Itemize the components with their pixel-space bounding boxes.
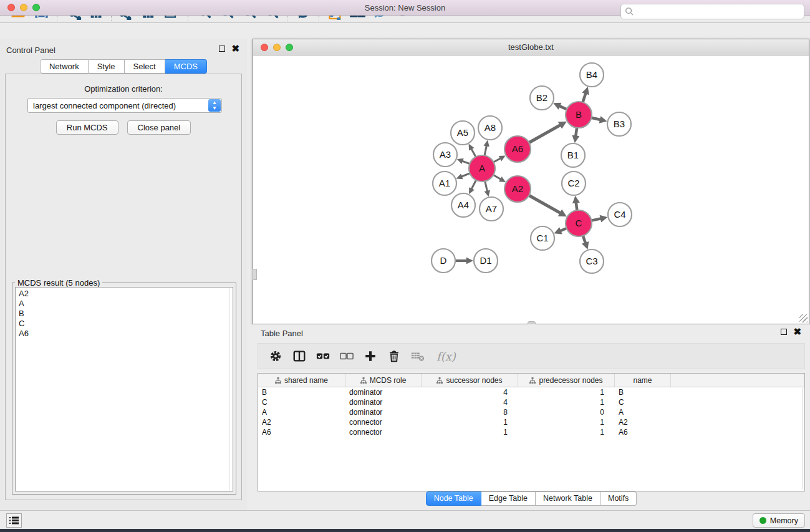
node-B4[interactable]: B4 — [580, 63, 604, 87]
mcds-result-list[interactable]: A2ABCA6 — [15, 287, 233, 491]
split-columns-button[interactable] — [292, 349, 307, 364]
criterion-select[interactable]: largest connected component (directed) ▲… — [27, 98, 222, 113]
clear-all-checks-button[interactable] — [339, 349, 354, 364]
mcds-result-item[interactable]: A — [19, 299, 229, 309]
tab-style[interactable]: Style — [89, 59, 125, 74]
vertical-splitter-handle[interactable] — [253, 269, 257, 280]
table-cell[interactable]: A2 — [258, 417, 345, 427]
column-header-shared-name[interactable]: shared name — [258, 374, 345, 387]
node-C[interactable]: C — [566, 210, 592, 236]
delete-row-button[interactable] — [387, 349, 402, 364]
node-A6[interactable]: A6 — [504, 136, 531, 162]
table-cell[interactable]: 1 — [518, 397, 615, 407]
table-cell[interactable]: dominator — [345, 397, 422, 407]
node-D1[interactable]: D1 — [474, 249, 498, 273]
close-panel-icon[interactable]: ✖ — [231, 46, 239, 52]
table-cell[interactable]: 4 — [422, 397, 518, 407]
edge-C-C3[interactable] — [583, 236, 586, 243]
edge-A6-B[interactable] — [529, 125, 560, 142]
column-header-predecessor-nodes[interactable]: predecessor nodes — [518, 374, 615, 387]
minimize-window-button[interactable] — [20, 4, 27, 11]
table-cell[interactable]: A — [258, 407, 345, 417]
table-row[interactable]: A2connector11A2 — [258, 417, 804, 427]
node-A8[interactable]: A8 — [478, 116, 502, 140]
mcds-result-item[interactable]: A2 — [19, 289, 229, 299]
edge-A2-C[interactable] — [529, 195, 560, 213]
mcds-result-item[interactable]: A6 — [19, 329, 229, 339]
edge-B-B3[interactable] — [591, 118, 600, 120]
node-C1[interactable]: C1 — [531, 226, 554, 250]
edge-A-A3[interactable] — [462, 161, 470, 164]
table-cell[interactable]: A2 — [615, 417, 671, 427]
float-table-panel-icon[interactable] — [781, 329, 787, 335]
node-B3[interactable]: B3 — [607, 112, 631, 136]
network-zoom-button[interactable] — [286, 44, 293, 51]
node-A5[interactable]: A5 — [451, 121, 475, 145]
table-cell[interactable]: B — [258, 387, 345, 397]
table-cell[interactable]: 4 — [422, 387, 518, 397]
node-A7[interactable]: A7 — [480, 197, 503, 221]
edge-B-B1[interactable] — [576, 128, 577, 137]
table-row[interactable]: A6connector11A6 — [258, 427, 804, 437]
edge-C-C2[interactable] — [576, 203, 577, 211]
table-cell[interactable]: C — [615, 397, 671, 407]
table-cell[interactable]: 0 — [518, 407, 615, 417]
tab-network-table[interactable]: Network Table — [536, 491, 600, 506]
table-cell[interactable]: connector — [345, 427, 422, 437]
edge-A-A7[interactable] — [485, 181, 488, 191]
node-B[interactable]: B — [566, 102, 592, 128]
table-cell[interactable]: A6 — [615, 427, 671, 437]
run-mcds-button[interactable]: Run MCDS — [56, 120, 118, 135]
tab-edge-table[interactable]: Edge Table — [481, 491, 536, 506]
add-row-button[interactable] — [363, 349, 378, 364]
column-header-MCDS-role[interactable]: MCDS role — [345, 374, 422, 387]
search-box[interactable] — [620, 4, 804, 19]
node-C4[interactable]: C4 — [608, 203, 632, 226]
tab-select[interactable]: Select — [125, 59, 165, 74]
node-A1[interactable]: A1 — [433, 172, 456, 195]
table-row[interactable]: Adominator80A — [258, 407, 804, 417]
mcds-result-item[interactable]: B — [19, 309, 229, 319]
table-row[interactable]: Bdominator41B — [258, 387, 804, 397]
tab-mcds[interactable]: MCDS — [165, 59, 207, 74]
edge-C-C4[interactable] — [592, 218, 601, 220]
network-canvas[interactable]: B4B2BB3A8A5A6A3B1AA1C2A2A4A7C4CC1C3DD1 — [253, 56, 809, 321]
table-cell[interactable]: A — [615, 407, 671, 417]
node-C2[interactable]: C2 — [562, 172, 586, 195]
table-cell[interactable]: 8 — [422, 407, 518, 417]
zoom-window-button[interactable] — [32, 4, 40, 11]
table-cell[interactable]: 1 — [518, 417, 615, 427]
table-cell[interactable]: A6 — [258, 427, 345, 437]
edge-A-A1[interactable] — [461, 173, 470, 177]
edge-B-B2[interactable] — [559, 106, 567, 109]
table-scrollbar[interactable] — [802, 388, 803, 489]
table-cell[interactable]: connector — [345, 417, 422, 427]
function-builder-button[interactable]: f(x) — [434, 350, 456, 363]
network-close-button[interactable] — [261, 44, 268, 51]
result-scrollbar[interactable] — [229, 288, 229, 490]
search-input[interactable] — [634, 7, 800, 16]
tab-network[interactable]: Network — [40, 59, 89, 74]
gear-button[interactable] — [268, 349, 283, 364]
edge-A-A8[interactable] — [485, 145, 486, 155]
edge-C-C1[interactable] — [561, 228, 567, 231]
task-history-button[interactable] — [6, 513, 22, 528]
node-A3[interactable]: A3 — [433, 143, 457, 167]
table-cell[interactable]: 1 — [518, 427, 615, 437]
tab-node-table[interactable]: Node Table — [426, 491, 481, 506]
resize-grip-icon[interactable] — [799, 314, 808, 322]
edge-B-B4[interactable] — [583, 93, 586, 102]
table-row[interactable]: Cdominator41C — [258, 397, 804, 407]
node-D[interactable]: D — [432, 249, 455, 273]
close-window-button[interactable] — [7, 4, 15, 11]
node-B1[interactable]: B1 — [561, 143, 585, 167]
mcds-result-item[interactable]: C — [19, 319, 229, 329]
select-all-checks-button[interactable] — [316, 349, 330, 364]
node-A2[interactable]: A2 — [504, 176, 531, 202]
table-cell[interactable]: 1 — [518, 387, 615, 397]
network-minimize-button[interactable] — [273, 44, 281, 51]
node-A4[interactable]: A4 — [451, 193, 475, 217]
edge-A-A4[interactable] — [471, 180, 476, 190]
delete-table-button[interactable] — [410, 349, 425, 364]
close-panel-button[interactable]: Close panel — [127, 120, 191, 135]
